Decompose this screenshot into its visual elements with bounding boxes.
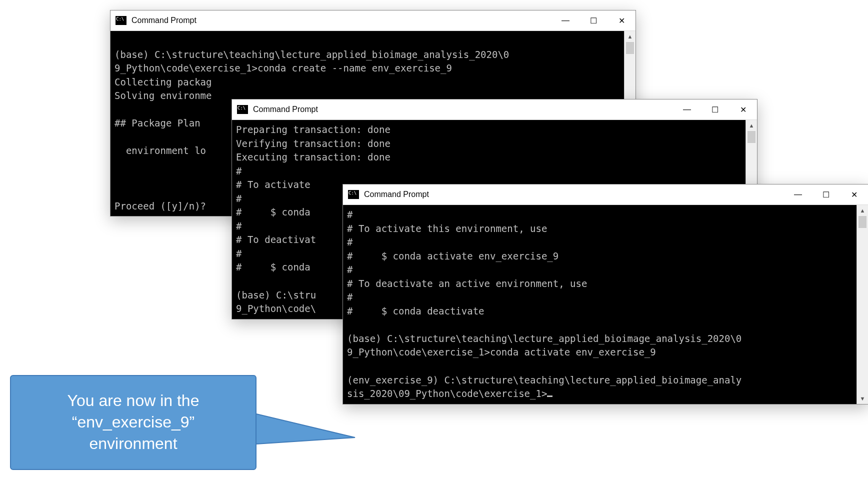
cmd-icon — [116, 16, 126, 25]
callout-pointer — [240, 410, 365, 460]
minimize-icon: — — [794, 190, 802, 199]
callout-line3: environment — [22, 433, 244, 454]
annotation-callout: You are now in the “env_exercise_9” envi… — [10, 375, 256, 470]
command-prompt-window-3: Command Prompt — ☐ ✕ # # To activate thi… — [342, 184, 868, 404]
close-button[interactable]: ✕ — [840, 184, 868, 204]
close-button[interactable]: ✕ — [608, 10, 636, 30]
scrollbar[interactable]: ▲ ▼ — [856, 205, 868, 404]
maximize-button[interactable]: ☐ — [580, 10, 608, 30]
scroll-thumb[interactable] — [626, 42, 634, 54]
scroll-thumb[interactable] — [748, 131, 756, 143]
scroll-down-icon[interactable]: ▼ — [857, 393, 868, 404]
close-icon: ✕ — [618, 16, 625, 26]
scroll-up-icon[interactable]: ▲ — [746, 120, 757, 131]
svg-marker-0 — [240, 410, 355, 445]
window-title: Command Prompt — [364, 190, 784, 199]
maximize-icon: ☐ — [822, 190, 830, 200]
window-title: Command Prompt — [132, 16, 552, 25]
minimize-button[interactable]: — — [673, 100, 701, 120]
maximize-icon: ☐ — [590, 16, 597, 26]
minimize-button[interactable]: — — [784, 184, 812, 204]
maximize-icon: ☐ — [712, 105, 718, 114]
minimize-icon: — — [683, 105, 691, 114]
terminal-output[interactable]: # # To activate this environment, use # … — [343, 205, 856, 404]
close-button[interactable]: ✕ — [729, 100, 757, 120]
cmd-icon — [237, 105, 248, 114]
close-icon: ✕ — [740, 105, 746, 114]
titlebar[interactable]: Command Prompt — ☐ ✕ — [232, 100, 757, 120]
scroll-thumb[interactable] — [858, 216, 866, 228]
cmd-icon — [348, 190, 359, 199]
titlebar[interactable]: Command Prompt — ☐ ✕ — [343, 184, 868, 205]
maximize-button[interactable]: ☐ — [812, 184, 840, 204]
close-icon: ✕ — [851, 190, 858, 200]
minimize-button[interactable]: — — [552, 10, 580, 30]
titlebar[interactable]: Command Prompt — ☐ ✕ — [110, 10, 636, 31]
minimize-icon: — — [562, 16, 570, 25]
scroll-up-icon[interactable]: ▲ — [857, 205, 868, 216]
window-title: Command Prompt — [253, 105, 673, 114]
callout-line2: “env_exercise_9” — [22, 412, 244, 433]
window-controls: — ☐ ✕ — [673, 100, 757, 120]
window-controls: — ☐ ✕ — [552, 10, 636, 30]
callout-line1: You are now in the — [22, 390, 244, 412]
window-controls: — ☐ ✕ — [784, 184, 868, 204]
scroll-up-icon[interactable]: ▲ — [624, 31, 636, 42]
maximize-button[interactable]: ☐ — [701, 100, 729, 120]
